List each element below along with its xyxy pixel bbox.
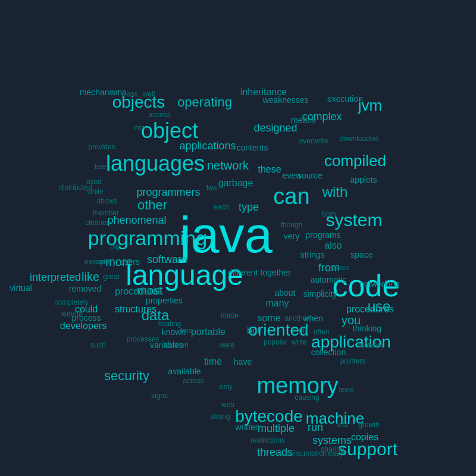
word-very: very: [284, 231, 299, 241]
word-consumption: consumption: [286, 449, 327, 458]
word-written: written: [235, 422, 259, 432]
word-signs: signs: [151, 392, 168, 400]
word-growth: growth: [358, 421, 380, 429]
word-restrictions: restrictions: [250, 436, 285, 444]
word-type: type: [239, 201, 259, 214]
word-can: can: [273, 184, 309, 209]
word-multiple: multiple: [258, 422, 295, 435]
word-such: such: [90, 341, 105, 349]
word-time: time: [204, 356, 222, 367]
word-weaknesses: weaknesses: [262, 95, 308, 105]
word-applications: applications: [179, 140, 236, 152]
word-some: some: [257, 313, 280, 324]
word-contents: contents: [237, 143, 268, 152]
word-few: few: [206, 184, 218, 192]
word-interpreted: interpreted: [30, 271, 81, 284]
word-though: though: [281, 221, 303, 229]
word-test: test: [336, 421, 347, 429]
word-pointers: pointers: [340, 357, 366, 365]
word-removed: removed: [69, 284, 101, 293]
word-takes: takes: [332, 264, 349, 272]
word-available: available: [168, 367, 201, 376]
word-browser: browser: [358, 341, 384, 349]
word-strong: strong: [210, 412, 230, 421]
word-structures: structures: [115, 304, 156, 315]
word-compiled: compiled: [324, 152, 386, 170]
word-execution: execution: [327, 94, 363, 104]
word-been: been: [95, 162, 111, 171]
word-often: often: [314, 328, 330, 336]
word-run: run: [308, 421, 323, 434]
word-mechanisms: mechanisms: [80, 87, 127, 97]
word-also: also: [324, 240, 342, 251]
word-garbage: garbage: [218, 178, 253, 189]
word-shows: shows: [97, 197, 117, 205]
word-strings: strings: [300, 250, 324, 259]
word-into: into: [133, 124, 145, 132]
word-cloud: javalanguagecodeprogrammingobjectlanguag…: [0, 0, 476, 476]
word-both: both: [322, 210, 336, 218]
word-were: were: [219, 341, 234, 349]
word-access: access: [148, 111, 170, 119]
word-with: with: [322, 184, 348, 201]
word-source: source: [298, 171, 322, 180]
word-floating: floating: [158, 320, 181, 328]
word-write: write: [292, 338, 306, 346]
word-programming: programming: [88, 227, 207, 250]
word-class: class: [121, 90, 137, 98]
word-networking: networking: [359, 279, 400, 289]
word-many: many: [265, 298, 289, 309]
word-virtual: virtual: [10, 283, 32, 293]
word-while: while: [87, 187, 103, 196]
word-web: web: [221, 400, 234, 409]
word-space: space: [350, 250, 372, 259]
word-collection: collection: [311, 347, 346, 357]
word-location: location: [164, 341, 188, 349]
word-portable: portable: [191, 327, 226, 337]
word-processes: processes: [127, 335, 159, 343]
word-easy: easy: [328, 449, 343, 458]
word-copies: copies: [351, 432, 378, 443]
word-about: about: [274, 288, 295, 298]
word-multi: multi: [293, 326, 308, 334]
word-overwrite: overwrite: [299, 137, 328, 145]
word-execute: execute: [84, 258, 109, 266]
word-have: have: [234, 357, 252, 367]
word-like: like: [82, 270, 99, 284]
word-applets: applets: [350, 175, 377, 184]
word-automatic: automatic: [311, 275, 347, 284]
word-well: well: [143, 90, 155, 98]
word-programs: programs: [305, 230, 340, 240]
word-software: software: [147, 253, 187, 266]
word-security: security: [104, 368, 149, 384]
word-thinking: thinking: [353, 324, 381, 333]
word-programmers: programmers: [136, 186, 200, 199]
word-but: but: [247, 325, 260, 336]
word-remote: remote: [60, 310, 82, 318]
word-properties: properties: [146, 296, 183, 305]
word-network: network: [207, 159, 249, 173]
word-operating: operating: [177, 95, 232, 110]
word-popular: popular: [264, 338, 287, 346]
word-great: great: [103, 273, 119, 281]
word-downloaded: downloaded: [340, 134, 378, 143]
word-cleaner: cleaner: [85, 218, 108, 227]
word-provides: provides: [88, 143, 115, 151]
word-another: another: [285, 314, 309, 322]
word-different-together: different together: [228, 268, 291, 277]
word-level: level: [339, 386, 354, 394]
word-even: even: [283, 171, 300, 180]
word-means: means: [291, 115, 316, 125]
word-completely: completely: [54, 298, 88, 306]
word-free: free: [180, 327, 193, 335]
word-made: made: [221, 311, 239, 320]
word-languages: languages: [106, 151, 205, 176]
word-simplicity: simplicity: [303, 289, 337, 299]
word-big: big: [110, 242, 120, 250]
word-causing: causing: [295, 393, 319, 402]
word-phenomenal: phenomenal: [107, 214, 166, 227]
word-only: only: [220, 383, 233, 391]
word-across: across: [183, 377, 203, 385]
word-users: users: [120, 257, 140, 267]
word-these: these: [258, 164, 281, 175]
